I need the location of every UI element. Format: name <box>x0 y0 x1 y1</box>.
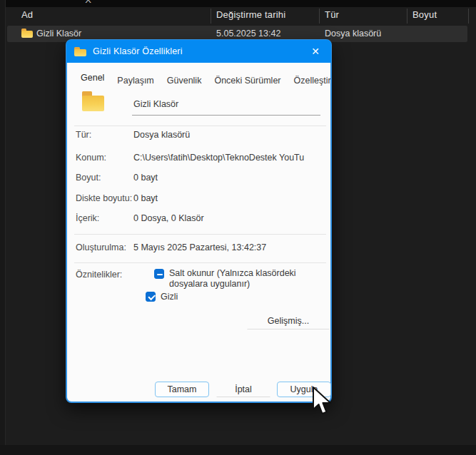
column-header-type[interactable]: Tür <box>325 9 339 20</box>
ok-button[interactable]: Tamam <box>155 382 209 397</box>
advanced-button[interactable]: Gelişmiş... <box>247 312 330 329</box>
field-label-created: Oluşturulma: <box>76 242 126 252</box>
properties-dialog: Gizli Klasör Özellikleri ✕ Genel Paylaşı… <box>66 39 332 403</box>
screen: ^ Ad Değiştirme tarihi Tür Boyut Gizli K… <box>0 0 476 455</box>
tab-onceki-surumler[interactable]: Önceki Sürümler <box>208 73 287 88</box>
readonly-checkbox[interactable] <box>154 269 164 279</box>
column-header-name[interactable]: Ad <box>21 9 33 20</box>
folder-name-input[interactable] <box>133 99 320 109</box>
column-header-size[interactable]: Boyut <box>412 9 437 20</box>
sort-ascending-icon: ^ <box>85 0 91 7</box>
field-value-size-on-disk: 0 bayt <box>133 193 158 203</box>
cancel-button[interactable]: İptal <box>216 382 270 397</box>
tab-paylasim[interactable]: Paylaşım <box>111 73 160 88</box>
dialog-titlebar[interactable]: Gizli Klasör Özellikleri ✕ <box>66 40 331 63</box>
field-label-contents: İçerik: <box>76 213 99 223</box>
separator <box>74 126 326 126</box>
separator <box>74 234 326 235</box>
close-icon[interactable]: ✕ <box>301 40 330 62</box>
tab-genel[interactable]: Genel <box>74 71 111 85</box>
field-label-attributes: Öznitelikler: <box>76 270 122 280</box>
field-label-location: Konum: <box>76 153 106 163</box>
hidden-checkbox-label[interactable]: Gizli <box>161 292 178 302</box>
apply-button[interactable]: Uygula <box>277 382 331 397</box>
input-underline <box>132 115 320 116</box>
field-label-size-on-disk: Diskte boyutu: <box>76 193 132 203</box>
column-divider[interactable] <box>211 9 211 24</box>
tab-ozellestir[interactable]: Özelleştir <box>288 73 338 88</box>
dialog-tabs: Genel Paylaşım Güvenlik Önceki Sürümler … <box>74 69 338 88</box>
window-bottom-strip <box>0 445 476 455</box>
file-type: Dosya klasörü <box>325 29 381 39</box>
dialog-title: Gizli Klasör Özellikleri <box>93 46 183 56</box>
column-divider[interactable] <box>407 9 407 24</box>
column-divider[interactable] <box>319 9 320 24</box>
file-modified-date: 5.05.2025 13:42 <box>216 29 280 39</box>
readonly-checkbox-label[interactable]: Salt okunur (Yalnızca klasördeki dosyala… <box>169 268 330 290</box>
file-name: Gizli Klasör <box>36 29 81 39</box>
tab-guvenlik[interactable]: Güvenlik <box>161 73 208 88</box>
window-top-strip <box>0 0 476 7</box>
field-value-type: Dosya klasörü <box>133 130 190 140</box>
hidden-checkbox[interactable] <box>146 292 156 302</box>
folder-icon <box>74 47 86 56</box>
folder-large-icon <box>82 91 104 111</box>
column-divider[interactable] <box>468 9 469 24</box>
field-value-contents: 0 Dosya, 0 Klasör <box>133 213 204 223</box>
separator <box>74 262 326 263</box>
field-value-size: 0 bayt <box>133 173 158 183</box>
folder-icon <box>21 29 33 38</box>
column-header-modified[interactable]: Değiştirme tarihi <box>216 9 285 20</box>
explorer-left-gutter <box>0 0 6 455</box>
field-label-size: Boyut: <box>76 173 101 183</box>
field-value-location: C:\Users\fatih\Desktop\TeknoDestek YouTu <box>133 153 304 163</box>
field-value-created: 5 Mayıs 2025 Pazartesi, 13:42:37 <box>133 242 266 252</box>
field-label-type: Tür: <box>76 130 91 140</box>
